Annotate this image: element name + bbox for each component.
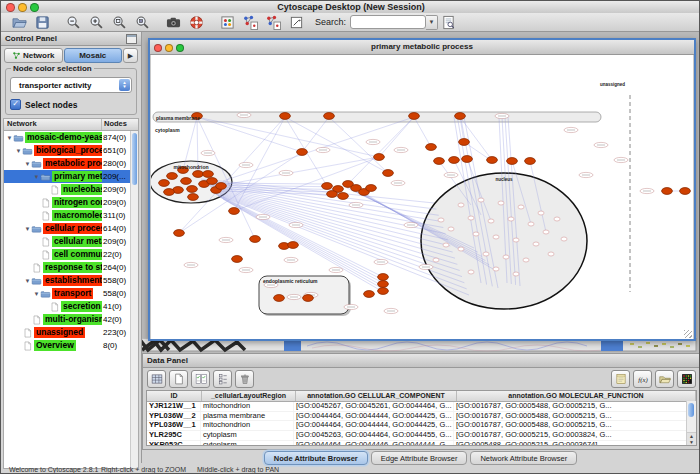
gene-node[interactable] xyxy=(426,144,437,151)
tree-row[interactable]: ▼transport558(0) xyxy=(4,287,138,300)
snapshot-button[interactable] xyxy=(163,14,184,31)
table-scroll-arrows-icon[interactable]: ▲▼ xyxy=(687,432,696,445)
disclosure-triangle-icon[interactable]: ▼ xyxy=(24,278,31,284)
table-row[interactable]: YKR052Ccytoplasm[GO:0044464, GO:0044446,… xyxy=(147,441,696,446)
gene-node-small[interactable] xyxy=(503,255,509,259)
gene-node[interactable] xyxy=(164,189,175,196)
function-builder-button[interactable]: f(x) xyxy=(633,370,652,388)
gene-node[interactable] xyxy=(409,113,420,120)
tab-mosaic[interactable]: Mosaic xyxy=(64,48,123,63)
tree-row[interactable]: Overview8(0) xyxy=(4,339,138,352)
gene-node[interactable] xyxy=(250,236,261,243)
gene-node[interactable] xyxy=(216,183,227,190)
gene-node-small[interactable] xyxy=(458,247,464,251)
disclosure-triangle-icon[interactable]: ▼ xyxy=(24,226,31,232)
tree-header-nodes[interactable]: Nodes xyxy=(102,119,138,130)
gene-node-small[interactable] xyxy=(561,237,567,241)
gene-node[interactable] xyxy=(188,194,199,201)
disclosure-triangle-icon[interactable]: ▼ xyxy=(33,174,40,180)
tree-row[interactable]: unassigned223(0) xyxy=(4,326,138,339)
tab-network[interactable]: Network xyxy=(4,48,63,63)
new-attribute-button[interactable] xyxy=(169,370,188,388)
zoom-fit-button[interactable] xyxy=(109,14,130,31)
annotation-button[interactable] xyxy=(286,14,307,31)
save-session-button[interactable] xyxy=(32,14,53,31)
gene-node[interactable] xyxy=(303,295,314,302)
gene-node[interactable] xyxy=(459,139,470,146)
gene-node[interactable] xyxy=(181,178,192,185)
gene-node[interactable] xyxy=(378,274,389,281)
gene-node[interactable] xyxy=(207,178,218,185)
tree-row[interactable]: nucleobase-c209(0) xyxy=(4,183,138,196)
tree-row[interactable]: cellular metabo209(0) xyxy=(4,235,138,248)
tree-scrollbar[interactable] xyxy=(130,131,138,468)
gene-node-small[interactable] xyxy=(468,270,474,274)
gene-node[interactable] xyxy=(374,154,385,161)
gene-node-small[interactable] xyxy=(458,203,464,207)
notepad-button[interactable] xyxy=(611,370,630,388)
disclosure-triangle-icon[interactable]: ▼ xyxy=(33,291,40,297)
tree-row[interactable]: macromolecule311(0) xyxy=(4,209,138,222)
zoom-out-button[interactable] xyxy=(63,14,84,31)
tab-node-attribute-browser[interactable]: Node Attribute Browser xyxy=(264,451,368,465)
gene-node[interactable] xyxy=(338,193,349,200)
column-header[interactable]: ID xyxy=(147,391,202,401)
gene-node[interactable] xyxy=(174,230,185,237)
gene-node-small[interactable] xyxy=(508,217,514,221)
search-dropdown-arrow[interactable]: ▼ xyxy=(426,15,438,30)
gene-node[interactable] xyxy=(280,113,291,120)
gene-node[interactable] xyxy=(434,158,445,165)
gene-node[interactable] xyxy=(229,208,240,215)
search-input[interactable] xyxy=(350,15,426,29)
gene-node[interactable] xyxy=(525,158,536,165)
gene-node[interactable] xyxy=(167,173,178,180)
gene-node[interactable] xyxy=(327,191,338,198)
gene-node-small[interactable] xyxy=(548,252,554,256)
zoom-selected-button[interactable] xyxy=(132,14,153,31)
gene-node-small[interactable] xyxy=(523,258,529,262)
tree-row[interactable]: multi-organism pro42(0) xyxy=(4,313,138,326)
tab-edge-attribute-browser[interactable]: Edge Attribute Browser xyxy=(371,451,468,465)
gene-node[interactable] xyxy=(378,288,389,295)
table-row[interactable]: YPL036W__1mitochondrion[GO:0044464, GO:0… xyxy=(147,421,696,431)
gene-node[interactable] xyxy=(662,188,673,195)
plasma-membrane-region[interactable] xyxy=(153,112,601,122)
tree-row[interactable]: ▼establishment of lo558(0) xyxy=(4,274,138,287)
gene-node[interactable] xyxy=(203,171,214,178)
gene-node[interactable] xyxy=(462,156,473,163)
table-row[interactable]: YLR295Ccytoplasm[GO:0045263, GO:0044464,… xyxy=(147,431,696,441)
gene-node[interactable] xyxy=(364,291,375,298)
network-window[interactable]: primary metabolic process plasma membran… xyxy=(148,38,696,341)
resize-grip[interactable] xyxy=(684,330,692,338)
node-color-dropdown[interactable]: transporter activity ▲▼ xyxy=(10,77,132,93)
network-canvas-svg[interactable]: plasma membranecytoplasmmitochondrionnuc… xyxy=(151,55,693,339)
gene-node-small[interactable] xyxy=(468,216,474,220)
open-file-button[interactable] xyxy=(9,14,30,31)
disclosure-triangle-icon[interactable]: ▼ xyxy=(15,148,22,154)
network-window-titlebar[interactable]: primary metabolic process xyxy=(150,40,694,55)
gene-node-small[interactable] xyxy=(498,201,504,205)
tree-header-network[interactable]: Network xyxy=(4,119,102,130)
disclosure-triangle-icon[interactable]: ▼ xyxy=(6,135,13,141)
network-canvas[interactable]: plasma membranecytoplasmmitochondrionnuc… xyxy=(151,55,693,339)
tree-row[interactable]: secretion41(0) xyxy=(4,300,138,313)
gene-node[interactable] xyxy=(487,157,498,164)
gene-node-small[interactable] xyxy=(543,230,549,234)
tree-row[interactable]: ▼cellular process614(0) xyxy=(4,222,138,235)
tree-row[interactable]: response to stimul264(0) xyxy=(4,261,138,274)
tree-row[interactable]: cell communicat22(0) xyxy=(4,248,138,261)
tab-network-attribute-browser[interactable]: Network Attribute Browser xyxy=(470,451,577,465)
gene-node-small[interactable] xyxy=(473,232,479,236)
gene-node[interactable] xyxy=(507,158,518,165)
gene-node[interactable] xyxy=(159,180,170,187)
tabs-overflow-arrow[interactable]: ▶ xyxy=(123,48,138,63)
attribute-table-button[interactable] xyxy=(147,370,166,388)
table-row[interactable]: YPL036W__2plasma membrane[GO:0044464, GO… xyxy=(147,412,696,422)
help-button[interactable] xyxy=(186,14,207,31)
gene-node[interactable] xyxy=(297,149,308,156)
table-row[interactable]: YJR121W__1mitochondrion[GO:0045267, GO:0… xyxy=(147,402,696,412)
vizmapper-button[interactable] xyxy=(217,14,238,31)
import-attributes-button[interactable] xyxy=(655,370,674,388)
attribute-list-button[interactable] xyxy=(213,370,232,388)
gene-node-small[interactable] xyxy=(518,205,524,209)
